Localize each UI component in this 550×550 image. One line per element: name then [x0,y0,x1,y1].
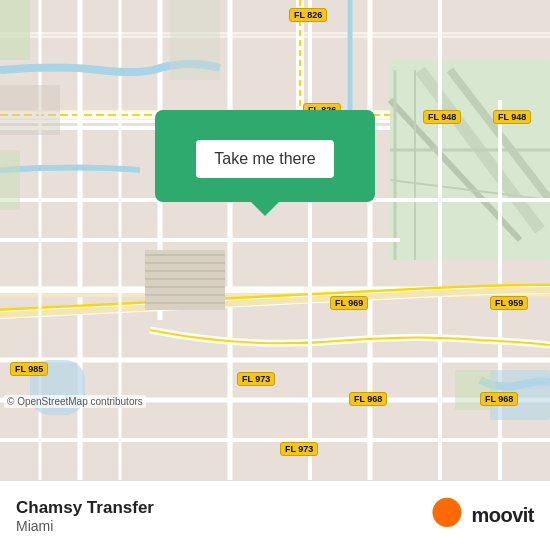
road-badge-fl968-1: FL 968 [349,392,387,406]
app-info: Chamsy Transfer Miami [16,498,154,534]
svg-rect-49 [0,85,60,135]
road-badge-fl948-1: FL 948 [423,110,461,124]
road-badge-fl948-2: FL 948 [493,110,531,124]
road-badge-fl826-top: FL 826 [289,8,327,22]
moovit-pin-icon [429,496,465,536]
road-badge-fl959: FL 959 [490,296,528,310]
road-badge-fl973-1: FL 973 [237,372,275,386]
moovit-logo: moovit [429,496,534,536]
svg-rect-38 [0,150,20,210]
popup-card: Take me there [155,110,375,202]
take-me-there-button[interactable]: Take me there [196,140,333,178]
app-subtitle: Miami [16,518,154,534]
svg-rect-48 [170,0,220,80]
road-badge-fl969: FL 969 [330,296,368,310]
bottom-bar: Chamsy Transfer Miami moovit [0,480,550,550]
map-container: FL 826 FL 826 FL 948 FL 948 FL 969 FL 95… [0,0,550,480]
road-badge-fl968-2: FL 968 [480,392,518,406]
road-badge-fl985: FL 985 [10,362,48,376]
app-title: Chamsy Transfer [16,498,154,518]
moovit-text: moovit [471,504,534,527]
svg-rect-37 [0,0,30,60]
road-badge-fl973-2: FL 973 [280,442,318,456]
map-attribution: © OpenStreetMap contributors [4,395,146,408]
